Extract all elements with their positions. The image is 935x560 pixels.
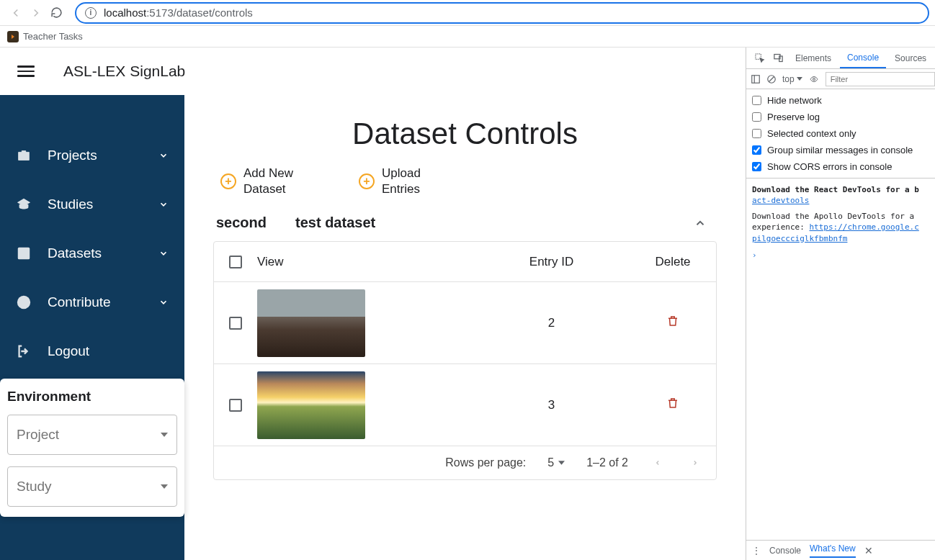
close-icon[interactable]: ✕ [864, 545, 873, 556]
tab-elements[interactable]: Elements [788, 49, 838, 68]
sidebar-item-contribute[interactable]: Contribute [0, 278, 184, 327]
chevron-down-icon [158, 248, 169, 258]
chevron-down-icon [158, 199, 169, 209]
more-icon[interactable]: ⋮ [752, 546, 761, 556]
column-view: View [257, 255, 473, 269]
console-link[interactable]: act-devtools [752, 196, 809, 205]
chevron-down-icon [158, 150, 169, 161]
console-link[interactable]: https://chrome.google.c [809, 222, 918, 232]
sidebar: Projects Studies Datasets Contribute [0, 95, 184, 560]
bookmark-icon [7, 31, 19, 42]
check-cors[interactable]: Show CORS errors in console [752, 158, 929, 175]
select-all-checkbox[interactable] [229, 256, 242, 268]
column-entry-id: Entry ID [473, 255, 630, 269]
devtools-toolbar: top [746, 69, 935, 89]
check-group-similar[interactable]: Group similar messages in console [752, 142, 929, 158]
bookmark-bar: Teacher Tasks [0, 26, 935, 48]
project-select[interactable]: Project [7, 415, 177, 455]
logout-icon [16, 343, 32, 359]
menu-button[interactable] [17, 66, 35, 77]
tab-sources[interactable]: Sources [887, 49, 934, 68]
page-title: Dataset Controls [213, 117, 717, 151]
filter-input[interactable] [826, 72, 935, 86]
rows-per-page-label: Rows per page: [445, 456, 526, 469]
sidebar-item-projects[interactable]: Projects [0, 131, 184, 180]
table-header: View Entry ID Delete [214, 242, 716, 282]
column-delete: Delete [630, 255, 716, 269]
sidebar-item-label: Studies [48, 197, 93, 212]
action-bar: + Add New Dataset + Upload Entries [213, 166, 717, 197]
action-label: Add New Dataset [243, 166, 308, 197]
sidebar-item-label: Contribute [48, 294, 111, 310]
environment-panel: Environment Project Study [0, 379, 184, 517]
chevron-down-icon [158, 297, 169, 307]
graduation-icon [16, 197, 32, 212]
browser-toolbar: i localhost:5173/dataset/controls [0, 0, 935, 26]
sidebar-item-label: Projects [48, 148, 97, 163]
table-footer: Rows per page: 5 1–2 of 2 [214, 446, 716, 479]
sidebar-item-label: Logout [48, 343, 89, 359]
briefcase-icon [16, 148, 32, 163]
entry-thumbnail[interactable] [257, 371, 365, 439]
prev-page-button[interactable] [650, 457, 666, 469]
info-icon[interactable]: i [85, 7, 97, 19]
row-checkbox[interactable] [229, 399, 242, 412]
grid-icon [16, 245, 32, 261]
inspect-icon[interactable] [751, 53, 768, 63]
table-row: 3 [214, 364, 716, 446]
table-row: 2 [214, 282, 716, 364]
entry-id: 2 [473, 316, 630, 330]
action-label: Upload Entries [382, 166, 447, 197]
plus-circle-icon: + [220, 173, 236, 189]
collapse-icon[interactable] [694, 217, 714, 230]
bookmark-label: Teacher Tasks [23, 31, 83, 42]
sidebar-toggle-icon[interactable] [751, 74, 761, 84]
sidebar-item-label: Datasets [48, 245, 102, 261]
drawer-tab-whatsnew[interactable]: What's New [810, 543, 856, 558]
console-prompt[interactable]: › [752, 250, 929, 261]
clear-console-icon[interactable] [766, 74, 777, 84]
entries-table: View Entry ID Delete 2 3 [213, 241, 717, 480]
sidebar-item-datasets[interactable]: Datasets [0, 229, 184, 278]
eye-icon[interactable] [808, 75, 820, 83]
app-frame: ASL-LEX SignLab Projects Studies Dataset… [0, 48, 746, 560]
add-dataset-button[interactable]: + Add New Dataset [220, 166, 308, 197]
bookmark-teacher-tasks[interactable]: Teacher Tasks [7, 31, 83, 42]
url-text: localhost:5173/dataset/controls [104, 6, 253, 19]
check-selected-context[interactable]: Selected context only [752, 125, 929, 142]
project-select-label: Project [17, 427, 59, 443]
next-page-button[interactable] [687, 457, 703, 469]
drawer-tab-console[interactable]: Console [769, 546, 801, 556]
back-button[interactable] [6, 3, 26, 23]
row-checkbox[interactable] [229, 317, 242, 330]
console-link[interactable]: pilgoeccciglkfbmbnfm [752, 234, 847, 243]
svg-rect-5 [752, 75, 760, 83]
study-select[interactable]: Study [7, 466, 177, 507]
address-bar[interactable]: i localhost:5173/dataset/controls [75, 2, 929, 24]
tab-test-dataset[interactable]: test dataset [295, 214, 375, 231]
tab-console[interactable]: Console [840, 48, 886, 68]
context-select[interactable]: top [782, 74, 802, 84]
delete-button[interactable] [666, 314, 679, 328]
forward-button[interactable] [26, 3, 46, 23]
device-icon[interactable] [769, 53, 787, 63]
pagination-range: 1–2 of 2 [586, 456, 628, 469]
sidebar-item-studies[interactable]: Studies [0, 180, 184, 229]
delete-button[interactable] [666, 396, 679, 410]
check-preserve-log[interactable]: Preserve log [752, 109, 929, 125]
dataset-tabs: second test dataset [213, 209, 717, 237]
sidebar-item-logout[interactable]: Logout [0, 327, 184, 376]
devtools-panel: Elements Console Sources top Hide networ… [746, 48, 935, 560]
upload-entries-button[interactable]: + Upload Entries [359, 166, 447, 197]
tab-second[interactable]: second [216, 214, 267, 231]
rows-per-page-select[interactable]: 5 [547, 456, 565, 469]
console-output: Download the React DevTools for a bact-d… [746, 179, 935, 540]
reload-button[interactable] [46, 3, 66, 23]
svg-point-7 [813, 78, 815, 80]
devtools-filters: Hide network Preserve log Selected conte… [746, 89, 935, 179]
entry-thumbnail[interactable] [257, 289, 365, 357]
dropdown-icon [161, 433, 168, 437]
check-hide-network[interactable]: Hide network [752, 92, 929, 109]
study-select-label: Study [17, 479, 52, 494]
radiation-icon [16, 294, 32, 310]
